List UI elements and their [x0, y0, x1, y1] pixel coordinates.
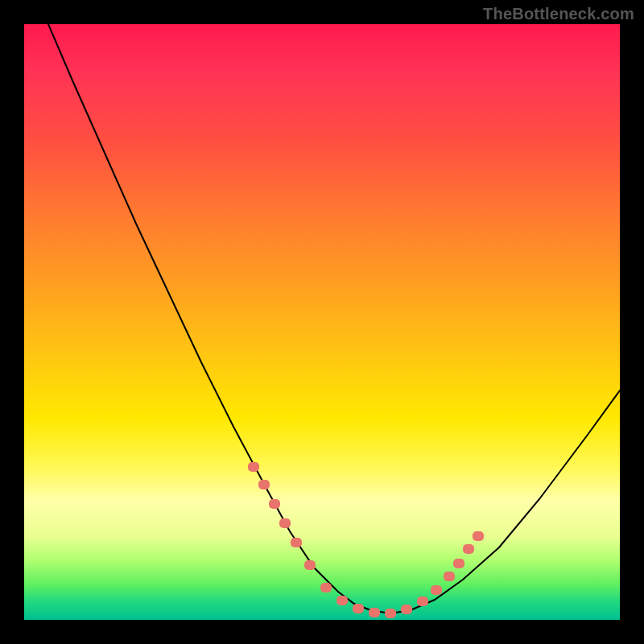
highlight-dot [444, 572, 455, 581]
dots-layer [248, 462, 484, 618]
highlight-dot [453, 559, 464, 568]
highlight-dot [463, 544, 474, 554]
chart-svg [24, 24, 620, 620]
highlight-dot [320, 583, 332, 592]
highlight-dot [353, 604, 364, 613]
highlight-dot [258, 480, 270, 489]
highlight-dot [336, 596, 348, 605]
highlight-dot [401, 605, 412, 614]
highlight-dot [291, 538, 302, 547]
highlight-dot [473, 531, 484, 541]
highlight-dot [248, 462, 259, 472]
curve-layer [48, 24, 620, 613]
chart-container: TheBottleneck.com [0, 0, 644, 644]
highlight-dot [269, 499, 280, 509]
bottleneck-curve [48, 24, 620, 613]
watermark-text: TheBottleneck.com [483, 5, 634, 23]
highlight-dot [417, 597, 428, 606]
highlight-dot [385, 609, 396, 618]
highlight-dot [279, 518, 291, 528]
highlight-dot [369, 608, 380, 617]
highlight-dot [431, 585, 442, 595]
plot-area [24, 24, 620, 620]
highlight-dot [304, 560, 316, 570]
